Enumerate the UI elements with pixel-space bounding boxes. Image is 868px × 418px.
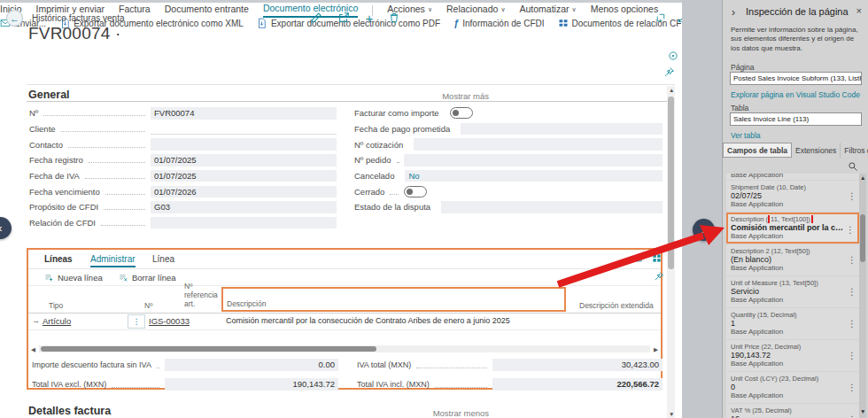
docs-relacion-cfdi-button[interactable]: Documentos de relación CFDI bbox=[558, 18, 691, 28]
list-item-description[interactable]: Description (11, Text[100]) Comisión mer… bbox=[726, 213, 859, 244]
new-line-button[interactable]: Nueva línea bbox=[44, 273, 103, 283]
breadcrumb[interactable]: Histórico facturas venta bbox=[32, 13, 125, 23]
dotted-leader bbox=[435, 387, 487, 388]
column-header-ref-art[interactable]: Nº referencia art. bbox=[184, 282, 218, 309]
tab-automatizar[interactable]: Automatizar∨ bbox=[520, 4, 577, 17]
dotted-leader bbox=[397, 162, 399, 163]
field-label-facturar-como-importe: Facturar como importe bbox=[354, 108, 439, 118]
field-no[interactable]: FVR00074 bbox=[151, 107, 337, 120]
assist-menu-icon[interactable]: ⋮ bbox=[128, 314, 145, 329]
info-cfdi-button[interactable]: ƒ Información de CFDI bbox=[453, 18, 544, 28]
tab-menos-opciones[interactable]: Menos opciones bbox=[591, 4, 658, 17]
edit-icon[interactable] bbox=[309, 11, 323, 25]
list-item-description-2[interactable]: Description 2 (12, Text[50]) (En blanco)… bbox=[726, 244, 859, 275]
ellipsis-icon[interactable]: ⋮ bbox=[848, 287, 856, 297]
field-relacion-cfdi[interactable] bbox=[151, 217, 337, 229]
lines-caption-tab[interactable]: Líneas bbox=[44, 254, 73, 264]
panel-description: Permite ver información sobre la página,… bbox=[731, 26, 862, 53]
ellipsis-icon[interactable]: ⋮ bbox=[848, 383, 856, 392]
list-item-unit-price[interactable]: Unit Price (22, Decimal) 190,143.72 Base… bbox=[726, 340, 859, 371]
delete-line-button[interactable]: Borrar línea bbox=[119, 273, 176, 283]
column-header-descripcion-extendida[interactable]: Descripción extendida bbox=[579, 301, 654, 310]
explore-vscode-link[interactable]: Explorar página en Visual Studio Code bbox=[731, 90, 860, 99]
field-cliente[interactable] bbox=[151, 123, 337, 135]
list-item-shipment-date[interactable]: Shipment Date (10, Date) 02/07/25 Base A… bbox=[726, 181, 859, 212]
scroll-down-icon[interactable]: ▼ bbox=[860, 408, 865, 414]
scroll-down-icon[interactable]: ▼ bbox=[669, 411, 674, 417]
field-fecha-pago-prometida[interactable] bbox=[461, 123, 663, 135]
scroll-right-icon[interactable]: ▶ bbox=[654, 346, 658, 353]
show-more-link[interactable]: Mostrar más bbox=[442, 91, 489, 101]
field-no-cotizacion[interactable] bbox=[414, 138, 663, 151]
field-estado-disputa[interactable] bbox=[441, 201, 663, 213]
page-field-value[interactable]: Posted Sales Invoice Subform (133, ListP… bbox=[730, 72, 862, 85]
tab-extensiones[interactable]: Extensiones bbox=[792, 143, 841, 158]
lines-tab-linea[interactable]: Línea bbox=[152, 254, 174, 264]
scroll-up-icon[interactable]: ▲ bbox=[860, 174, 865, 181]
total-incl-value[interactable]: 220,566.72 bbox=[492, 378, 663, 391]
list-item-unit-cost[interactable]: Unit Cost (LCY) (23, Decimal) 0 Base App… bbox=[726, 372, 859, 403]
target-circle-icon[interactable] bbox=[668, 50, 678, 61]
popout-icon[interactable] bbox=[654, 11, 668, 25]
tab-relacionado[interactable]: Relacionado∨ bbox=[446, 4, 506, 17]
open-in-excel-icon[interactable] bbox=[652, 253, 662, 263]
panel-scrollbar-thumb[interactable] bbox=[860, 214, 865, 262]
next-record-button[interactable]: › bbox=[693, 219, 715, 241]
table-row[interactable]: → Artículo ⋮ IGS-00033 Comisión mercanti… bbox=[28, 314, 661, 330]
cell-no[interactable]: IGS-00033 bbox=[149, 316, 190, 326]
column-header-descripcion[interactable]: Descripción bbox=[227, 299, 266, 308]
pin-icon[interactable] bbox=[654, 271, 664, 282]
cell-descripcion[interactable]: Comisión mercantil por la consecución de… bbox=[226, 316, 562, 325]
dotted-leader bbox=[390, 194, 399, 195]
field-contacto[interactable] bbox=[151, 138, 337, 151]
ellipsis-icon[interactable]: ⋮ bbox=[848, 255, 856, 265]
table-field-value[interactable]: Sales Invoice Line (113) bbox=[730, 112, 862, 126]
scroll-left-icon[interactable]: ◀ bbox=[31, 346, 35, 353]
ellipsis-icon[interactable]: ⋮ bbox=[848, 191, 856, 201]
list-item-vat-pct[interactable]: VAT % (25, Decimal) 16 Base Application … bbox=[726, 404, 859, 418]
field-label-no-cotizacion: Nº cotización bbox=[354, 140, 403, 150]
field-proposito-cfdi[interactable]: G03 bbox=[151, 201, 337, 213]
view-table-link[interactable]: Ver tabla bbox=[731, 131, 761, 140]
close-icon[interactable]: × bbox=[856, 5, 862, 16]
chevron-right-icon[interactable]: › bbox=[732, 6, 735, 19]
share-icon[interactable] bbox=[634, 253, 644, 263]
toggle-cerrado[interactable] bbox=[404, 186, 427, 197]
panel-scrollbar[interactable] bbox=[859, 174, 866, 418]
ellipsis-icon[interactable]: ⋮ bbox=[848, 414, 856, 418]
field-no-pedido[interactable] bbox=[404, 154, 663, 166]
ellipsis-icon[interactable]: ⋮ bbox=[848, 319, 856, 329]
cell-tipo[interactable]: Artículo bbox=[43, 316, 71, 326]
show-less-link[interactable]: Mostrar menos bbox=[433, 408, 489, 418]
share-icon[interactable] bbox=[337, 11, 351, 25]
column-header-no[interactable]: Nº bbox=[144, 301, 152, 310]
list-item-quantity[interactable]: Quantity (15, Decimal) 1 Base Applicatio… bbox=[726, 308, 859, 339]
scroll-up-icon[interactable]: ▲ bbox=[669, 87, 674, 93]
total-label-excl: Total IVA excl. (MXN) bbox=[32, 380, 106, 389]
field-fecha-iva[interactable]: 01/07/2025 bbox=[151, 170, 337, 182]
back-button[interactable]: ← bbox=[6, 10, 23, 27]
total-excl-value[interactable]: 190,143.72 bbox=[165, 378, 338, 391]
search-icon[interactable] bbox=[848, 161, 858, 172]
total-vat-value[interactable]: 30,423.00 bbox=[492, 359, 663, 371]
horizontal-scrollbar-thumb[interactable] bbox=[41, 346, 376, 352]
field-fecha-vencimiento[interactable]: 01/07/2026 bbox=[151, 186, 337, 198]
tab-campos-de-tabla[interactable]: Campos de tabla bbox=[723, 143, 792, 158]
pin-icon[interactable] bbox=[663, 66, 675, 78]
ellipsis-icon[interactable]: ⋮ bbox=[848, 351, 856, 360]
lines-tab-administrar[interactable]: Administrar bbox=[90, 254, 136, 267]
list-item-unit-of-measure[interactable]: Unit of Measure (13, Text[50]) Servicio … bbox=[726, 276, 859, 307]
toggle-facturar-como-importe[interactable] bbox=[450, 107, 473, 119]
total-discount-value[interactable]: 0.00 bbox=[165, 359, 338, 371]
column-header-tipo[interactable]: Tipo bbox=[49, 301, 63, 310]
total-label-incl: Total IVA incl. (MXN) bbox=[357, 380, 430, 389]
tab-filtros-de-pagina[interactable]: Filtros de página bbox=[841, 143, 868, 158]
field-cancelado[interactable]: No bbox=[405, 170, 663, 182]
field-fecha-registro[interactable]: 01/07/2025 bbox=[151, 154, 337, 166]
ellipsis-icon[interactable]: ⋮ bbox=[846, 225, 855, 235]
tab-documento-entrante[interactable]: Documento entrante bbox=[165, 4, 249, 17]
list-item-partial[interactable]: Base Application bbox=[726, 174, 859, 180]
vertical-scrollbar-thumb[interactable] bbox=[668, 97, 674, 269]
new-icon[interactable]: + bbox=[362, 11, 376, 25]
delete-icon[interactable] bbox=[387, 11, 401, 25]
